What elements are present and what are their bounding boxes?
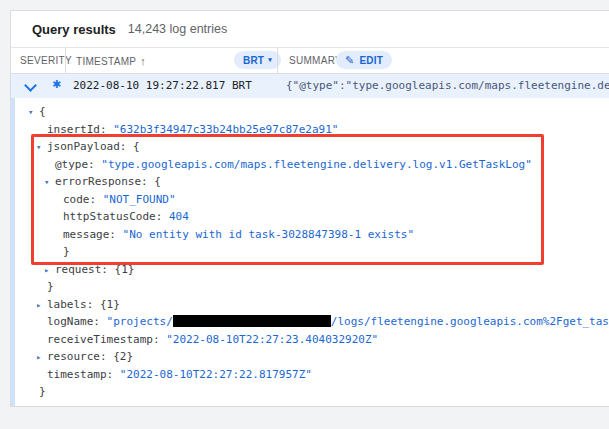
log-entries-count: 14,243 log entries — [128, 22, 227, 36]
json-line: } — [11, 278, 609, 296]
log-entry-row[interactable]: ✱ 2022-08-10 19:27:22.817 BRT {"@type":"… — [11, 74, 609, 98]
json-brace: } — [63, 245, 70, 258]
query-results-panel: Query results 14,243 log entries SEVERIT… — [10, 10, 609, 407]
query-results-header: Query results 14,243 log entries — [11, 11, 609, 48]
json-line: httpStatusCode: 404 — [11, 208, 609, 226]
edit-summary-button[interactable]: ✎EDIT — [336, 51, 392, 69]
json-line: } — [11, 383, 609, 401]
json-line: receiveTimestamp: "2022-08-10T22:27:23.4… — [11, 331, 609, 349]
json-key: httpStatusCode: — [63, 210, 169, 223]
results-table-header: SEVERITY TIMESTAMP↑ BRT▾ SUMMARY ✎EDIT — [11, 48, 609, 74]
json-key: timestamp: — [47, 368, 120, 381]
page-title: Query results — [32, 22, 116, 37]
json-tree: ▾{insertId: "632b3f34947c33b24bb25e97c87… — [11, 103, 609, 401]
json-line: } — [11, 243, 609, 261]
log-entry-detail: ▾{insertId: "632b3f34947c33b24bb25e97c87… — [11, 98, 609, 406]
collapse-node-icon[interactable]: ▾ — [28, 104, 39, 122]
json-line: timestamp: "2022-08-10T22:27:22.817957Z" — [11, 366, 609, 384]
log-summary: {"@type":"type.googleapis.com/maps.fleet… — [286, 79, 609, 92]
column-timestamp[interactable]: TIMESTAMP↑ — [76, 55, 146, 67]
json-value: /logs/fleetengine.googleapis.com%2Fget_t… — [331, 315, 609, 328]
json-value: "2022-08-10T22:27:22.817957Z" — [120, 368, 312, 381]
json-value: "type.googleapis.com/maps.fleetengine.de… — [101, 158, 531, 171]
json-value: {1} — [115, 263, 135, 276]
redaction-bar — [173, 315, 331, 327]
json-value: {1} — [100, 298, 120, 311]
json-value: "632b3f34947c33b24bb25e97c87e2a91" — [113, 123, 338, 136]
json-key: logName: — [47, 315, 107, 328]
json-value: "NOT_FOUND" — [103, 193, 176, 206]
json-key: receiveTimestamp: — [47, 333, 166, 346]
json-value: {2} — [113, 350, 133, 363]
json-value: "2022-08-10T22:27:23.404032920Z" — [166, 333, 378, 346]
sort-ascending-icon: ↑ — [140, 55, 146, 67]
pencil-icon: ✎ — [345, 54, 354, 67]
json-key: resource: — [47, 350, 113, 363]
json-line: logName: "projects//logs/fleetengine.goo… — [11, 313, 609, 331]
json-line: ▾{ — [11, 103, 609, 121]
expand-node-icon[interactable]: ▸ — [36, 297, 47, 315]
json-line: ▾jsonPayload: { — [11, 138, 609, 156]
json-value: "No entity with id task-3028847398-1 exi… — [123, 228, 414, 241]
column-divider — [277, 48, 278, 73]
chevron-down-icon: ▾ — [268, 56, 272, 64]
log-timestamp: 2022-08-10 19:27:22.817 BRT — [73, 79, 252, 92]
json-line: ▸request: {1} — [11, 261, 609, 279]
json-key: @type: — [55, 158, 101, 171]
json-line: ▸labels: {1} — [11, 296, 609, 314]
json-line: message: "No entity with id task-3028847… — [11, 226, 609, 244]
json-key: code: — [63, 193, 103, 206]
json-key: insertId: — [47, 123, 113, 136]
json-key: jsonPayload: — [47, 140, 133, 153]
collapse-node-icon[interactable]: ▾ — [44, 174, 55, 192]
severity-debug-icon: ✱ — [52, 78, 61, 91]
json-brace: } — [39, 385, 46, 398]
json-value: 404 — [169, 210, 189, 223]
json-line: @type: "type.googleapis.com/maps.fleeten… — [11, 156, 609, 174]
timezone-chip[interactable]: BRT▾ — [234, 51, 281, 69]
json-brace: { — [133, 140, 140, 153]
expand-node-icon[interactable]: ▸ — [36, 349, 47, 367]
json-key: errorResponse: — [55, 175, 154, 188]
json-value: "projects/ — [107, 315, 173, 328]
json-brace: { — [154, 175, 161, 188]
json-key: request: — [55, 263, 115, 276]
json-line: ▸resource: {2} — [11, 348, 609, 366]
collapse-node-icon[interactable]: ▾ — [36, 139, 47, 157]
expanded-entry-accent-bar — [11, 98, 15, 406]
json-line: ▾errorResponse: { — [11, 173, 609, 191]
collapse-entry-chevron-icon[interactable] — [24, 79, 37, 92]
json-brace: } — [47, 280, 54, 293]
expand-node-icon[interactable]: ▸ — [44, 262, 55, 280]
json-line: insertId: "632b3f34947c33b24bb25e97c87e2… — [11, 121, 609, 139]
json-brace: { — [39, 105, 46, 118]
json-line: code: "NOT_FOUND" — [11, 191, 609, 209]
json-key: message: — [63, 228, 123, 241]
column-summary: SUMMARY — [289, 55, 342, 66]
column-divider — [65, 48, 66, 73]
json-key: labels: — [47, 298, 100, 311]
